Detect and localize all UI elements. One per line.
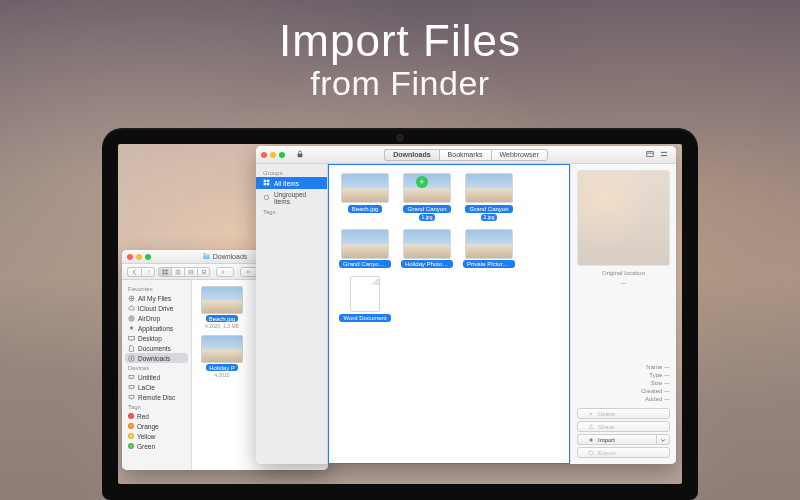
macbook-frame: Downloads [55,128,745,500]
svg-point-28 [264,195,268,199]
sidebar-item-label: All My Files [138,295,171,302]
svg-rect-25 [267,180,269,182]
image-thumbnail [403,173,451,203]
import-item[interactable]: Grand Canyon1.jpg [401,173,453,221]
svg-rect-14 [129,375,134,378]
sidebar-item-lacie[interactable]: LaCie [122,382,191,392]
sidebar-item-icloud-drive[interactable]: iCloud Drive [122,303,191,313]
file-meta: 4.2020, 1.3 MB [205,323,239,329]
tab-bookmarks[interactable]: Bookmarks [439,149,491,161]
app-window[interactable]: DownloadsBookmarksWebbrowser Groups All … [256,146,676,464]
app-tabs: DownloadsBookmarksWebbrowser [256,149,676,161]
share-button[interactable]: Share [577,421,670,432]
tag-orange[interactable]: Orange [122,421,191,431]
svg-rect-12 [129,336,135,340]
import-item[interactable]: Grand Canyon2.jpg [463,173,515,221]
app-titlebar[interactable]: DownloadsBookmarksWebbrowser [256,146,676,164]
sidebar-icon [128,355,135,362]
sidebar-item-desktop[interactable]: Desktop [122,333,191,343]
info-preview [577,170,670,266]
sidebar-item-label: Yellow [137,433,156,440]
devices-heading: Devices [122,363,191,372]
group-icon [263,194,270,202]
svg-rect-3 [166,272,168,274]
sidebar-item-label: Desktop [138,335,162,342]
image-thumbnail [341,229,389,259]
sidebar-item-label: Documents [138,345,171,352]
sidebar-item-all-my-files[interactable]: All My Files [122,293,191,303]
app-info-panel: Original location — Name —Type —Size —Cr… [570,164,676,464]
item-name: Holiday Photo.jpg [401,260,453,268]
tab-downloads[interactable]: Downloads [384,149,438,161]
nav-group [127,267,155,277]
finder-title-text: Downloads [213,253,248,260]
svg-point-22 [665,151,667,153]
app-sidebar[interactable]: Groups All ItemsUngrouped Items Tags [256,164,328,464]
document-icon [350,276,380,312]
export-button[interactable]: Export [577,447,670,458]
svg-point-19 [131,398,132,399]
sidebar-item-untitled[interactable]: Untitled [122,372,191,382]
sidebar-item-label: Remote Disc [138,394,175,401]
view-icons-button[interactable] [158,267,171,277]
item-name: Beach.jpg [348,205,383,213]
svg-rect-5 [222,270,223,271]
view-coverflow-button[interactable] [197,267,210,277]
drive-icon [128,384,135,391]
image-thumbnail [465,229,513,259]
laptop-screen: Downloads [118,144,682,484]
tab-webbrowser[interactable]: Webbrowser [491,149,548,161]
tag-dot-icon [128,433,134,439]
item-name-sub: 1.jpg [419,214,436,221]
import-item[interactable]: Holiday Photo.jpg [401,229,453,269]
item-name: Grand Canyon [403,205,450,213]
app-body: Groups All ItemsUngrouped Items Tags + B… [256,164,676,464]
tag-red[interactable]: Red [122,411,191,421]
new-window-icon[interactable] [646,150,654,160]
sidebar-item-downloads[interactable]: Downloads [125,353,188,363]
svg-point-23 [662,154,664,156]
tag-yellow[interactable]: Yellow [122,431,191,441]
sidebar-item-documents[interactable]: Documents [122,343,191,353]
view-list-button[interactable] [171,267,184,277]
sidebar-item-airdrop[interactable]: AirDrop [122,313,191,323]
view-group [158,267,210,277]
item-name: Grand Canyon.jpg [339,260,391,268]
import-item[interactable]: Word Document [339,276,391,322]
settings-icon[interactable] [660,150,668,160]
forward-button[interactable] [141,267,155,277]
hero-title: Import Files [0,16,800,66]
svg-rect-21 [647,151,653,156]
svg-point-29 [589,450,593,454]
sidebar-item-label: LaCie [138,384,155,391]
group-all-items[interactable]: All Items [256,177,327,189]
back-button[interactable] [127,267,141,277]
svg-rect-6 [222,272,223,273]
item-name-sub: 2.jpg [481,214,498,221]
app-content-dropzone[interactable]: + Beach.jpgGrand Canyon1.jpgGrand Canyon… [328,164,570,464]
file-item[interactable]: Holiday P4.2020 [198,335,246,384]
svg-point-15 [131,378,132,379]
group-ungrouped-items[interactable]: Ungrouped Items [256,189,327,207]
file-item[interactable]: Beach.jpg4.2020, 1.3 MB [198,286,246,329]
import-item[interactable]: Beach.jpg [339,173,391,221]
tag-dot-icon [128,443,134,449]
sidebar-item-remote-disc[interactable]: Remote Disc [122,392,191,402]
import-menu-button[interactable] [656,434,670,445]
svg-point-9 [131,317,132,318]
arrange-button[interactable] [216,267,234,277]
delete-button[interactable]: Delete [577,408,670,419]
tag-green[interactable]: Green [122,441,191,451]
sidebar-item-applications[interactable]: Applications [122,323,191,333]
hero: Import Files from Finder [0,16,800,103]
import-item[interactable]: Private Picture.jpg [463,229,515,269]
import-button[interactable]: Import [577,434,656,445]
drive-icon [128,394,135,401]
tag-dot-icon [128,413,134,419]
group-label: All Items [274,180,299,187]
view-columns-button[interactable] [184,267,197,277]
import-item[interactable]: Grand Canyon.jpg [339,229,391,269]
svg-rect-1 [166,269,168,271]
finder-sidebar[interactable]: Favorites All My FilesiCloud DriveAirDro… [122,280,192,470]
info-row: Name — [577,364,670,370]
